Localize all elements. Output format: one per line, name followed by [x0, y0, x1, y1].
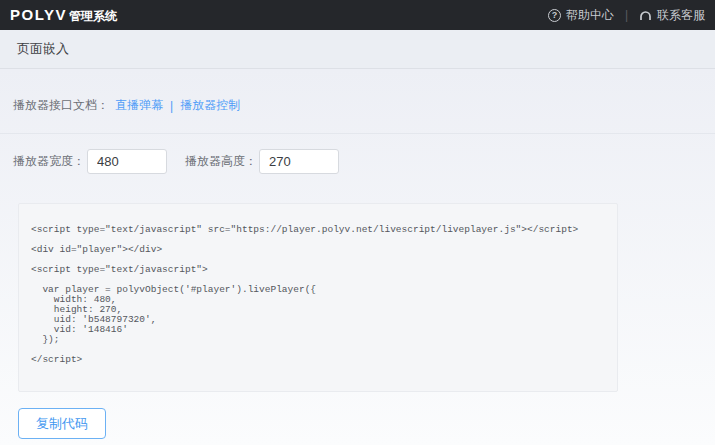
player-size-form: 播放器宽度： 播放器高度：: [0, 134, 715, 174]
live-danmaku-doc-link[interactable]: 直播弹幕: [115, 97, 163, 114]
embed-code-text: <script type="text/javascript" src="http…: [31, 225, 605, 365]
player-height-label: 播放器高度：: [185, 153, 257, 170]
copy-code-button[interactable]: 复制代码: [18, 408, 106, 439]
player-docs-row: 播放器接口文档： 直播弹幕 | 播放器控制: [0, 69, 715, 134]
player-height-group: 播放器高度：: [185, 149, 339, 174]
page-title: 页面嵌入: [17, 40, 69, 58]
embed-code-box: <script type="text/javascript" src="http…: [18, 203, 618, 392]
brand-logo[interactable]: POLYV 管理系统: [10, 6, 117, 25]
help-center-label: 帮助中心: [566, 7, 614, 24]
player-height-input[interactable]: [259, 149, 339, 174]
contact-service-link[interactable]: 联系客服: [639, 7, 705, 24]
contact-service-label: 联系客服: [657, 7, 705, 24]
app-window: POLYV 管理系统 ? 帮助中心 | 联系客服 页面嵌入 播放: [0, 0, 715, 445]
question-circle-icon: ?: [548, 9, 561, 22]
brand-name: POLYV: [10, 6, 67, 23]
help-center-link[interactable]: ? 帮助中心: [548, 7, 614, 24]
player-control-doc-link[interactable]: 播放器控制: [180, 97, 240, 114]
player-width-input[interactable]: [87, 149, 167, 174]
page-titlebar: 页面嵌入: [0, 30, 715, 69]
main-content: 播放器接口文档： 直播弹幕 | 播放器控制 播放器宽度： 播放器高度： <scr…: [0, 69, 715, 445]
brand-suffix: 管理系统: [69, 8, 117, 25]
header-actions: ? 帮助中心 | 联系客服: [548, 7, 705, 24]
docs-link-separator: |: [170, 99, 173, 113]
headset-icon: [639, 10, 652, 21]
player-width-label: 播放器宽度：: [13, 153, 85, 170]
player-docs-label: 播放器接口文档：: [13, 97, 109, 114]
top-header: POLYV 管理系统 ? 帮助中心 | 联系客服: [0, 0, 715, 30]
header-divider: |: [625, 8, 628, 22]
player-width-group: 播放器宽度：: [13, 149, 167, 174]
